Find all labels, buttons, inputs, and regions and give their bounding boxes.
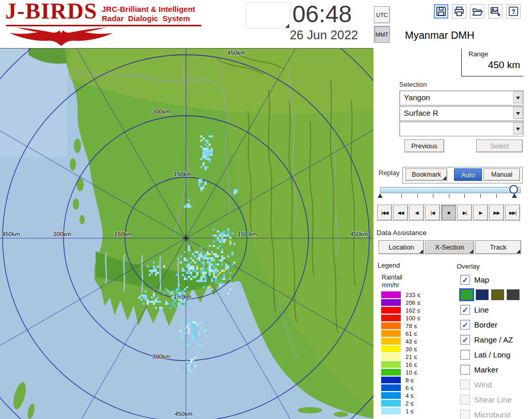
playback-fast-forward-button[interactable]: ▶▶ xyxy=(489,205,504,221)
time-slider-handle[interactable] xyxy=(509,185,518,194)
open-folder-button[interactable] xyxy=(470,4,484,19)
svg-text:450km: 450km xyxy=(175,411,193,417)
select-button[interactable]: Select xyxy=(476,139,523,152)
chevron-down-icon[interactable] xyxy=(513,122,523,134)
export-image-button[interactable] xyxy=(488,4,503,19)
legend-label: Legend xyxy=(378,261,400,269)
legend-swatch xyxy=(381,299,401,306)
overlay-checkbox-border[interactable]: ✓ xyxy=(460,320,470,330)
svg-text:150km: 150km xyxy=(174,171,192,177)
playback-fast-rewind-button[interactable]: ◀◀ xyxy=(393,205,408,221)
legend-value: 233 ≤ xyxy=(405,292,420,298)
legend-value: 4 ≤ xyxy=(405,393,414,399)
playback-step-forward-button[interactable]: ▶| xyxy=(457,205,472,221)
legend-row: 2 ≤ xyxy=(381,400,420,407)
legend-value: 6 ≤ xyxy=(405,385,414,391)
overlay-option-label: Range / AZ xyxy=(474,335,513,344)
logo-subtitle-2: Radar Dialogic System xyxy=(102,14,190,23)
playback-play-button[interactable]: ▶ xyxy=(473,205,488,221)
legend-swatch xyxy=(381,384,401,391)
legend-value: 1 ≤ xyxy=(405,408,414,414)
manual-mode-button[interactable]: Manual xyxy=(483,168,520,181)
overlay-checkbox-shear-line xyxy=(460,395,470,405)
site-dropdown[interactable]: Yangon xyxy=(399,90,524,105)
legend-swatch xyxy=(381,346,401,352)
station-name: Myanmar DMH xyxy=(405,29,474,41)
legend-row: 10 ≤ xyxy=(381,369,420,376)
legend-unit-mmhr: mm/hr xyxy=(382,282,399,289)
map-color-swatch-4[interactable] xyxy=(507,289,520,300)
overlay-row-range-az: ✓Range / AZ xyxy=(460,332,532,347)
overlay-checkbox-microburst xyxy=(460,410,470,419)
selection-label: Selection xyxy=(399,81,427,88)
legend-value: 30 ≤ xyxy=(405,346,417,352)
radar-map-canvas[interactable]: 450km300km150km450km300km150km150 km450k… xyxy=(0,49,373,419)
product-dropdown[interactable]: Surface R xyxy=(399,106,524,121)
map-color-swatch-2[interactable] xyxy=(476,289,489,300)
overlay-checkbox-lati-long[interactable] xyxy=(460,350,470,360)
legend-value: 10 ≤ xyxy=(405,369,417,376)
option-dropdown[interactable] xyxy=(399,121,524,136)
previous-button[interactable]: Previous xyxy=(404,139,444,152)
overlay-option-label: Line xyxy=(474,305,489,314)
radar-map[interactable]: 450km300km150km450km300km150km150 km450k… xyxy=(0,48,373,419)
help-icon: ? xyxy=(508,6,519,17)
save-button[interactable] xyxy=(434,4,448,19)
overlay-option-label: Microburst xyxy=(474,410,510,419)
playback-stop-button[interactable]: ■ xyxy=(441,205,456,221)
legend-swatch xyxy=(381,400,401,407)
print-button[interactable] xyxy=(452,4,466,19)
playback-skip-start-button[interactable]: |◀◀ xyxy=(377,205,392,221)
overlay-row-lati-long: Lati / Long xyxy=(460,347,532,362)
slider-end-marker-icon[interactable] xyxy=(512,193,517,198)
bookmark-button[interactable]: Bookmark xyxy=(405,168,447,181)
overlay-option-label: Marker xyxy=(474,365,498,374)
playback-play-reverse-button[interactable]: ◀ xyxy=(409,205,424,221)
svg-text:?: ? xyxy=(511,8,515,15)
overlay-option-label: Border xyxy=(474,320,497,329)
legend-row: 6 ≤ xyxy=(381,384,420,391)
help-button[interactable]: ? xyxy=(506,4,521,19)
overlay-checkbox-line[interactable]: ✓ xyxy=(460,305,470,315)
range-label: Range xyxy=(468,50,523,58)
overlay-checkbox-marker[interactable] xyxy=(460,365,470,375)
overlay-checkbox-map[interactable]: ✓ xyxy=(460,275,470,285)
slider-tick xyxy=(480,194,481,198)
slider-tick xyxy=(401,194,402,198)
legend-unit-rainfall: Rainfall xyxy=(382,274,402,281)
clock-date: 26 Jun 2022 xyxy=(290,28,358,42)
legend-scale: 233 ≤206 ≤162 ≤100 ≤78 ≤61 ≤43 ≤30 ≤21 ≤… xyxy=(381,291,420,415)
legend-swatch xyxy=(381,291,401,298)
track-button[interactable]: Track xyxy=(475,240,521,254)
playback-step-back-button[interactable]: |◀ xyxy=(425,205,440,221)
x-section-button[interactable]: X-Section xyxy=(425,240,474,254)
legend-value: 8 ≤ xyxy=(405,377,414,383)
playback-skip-end-button[interactable]: ▶▶| xyxy=(505,205,520,221)
legend-row: 4 ≤ xyxy=(381,392,420,399)
svg-text:300km: 300km xyxy=(152,353,170,360)
utc-button[interactable]: UTC xyxy=(374,6,390,23)
map-color-swatch-3[interactable] xyxy=(491,289,504,300)
legend-swatch xyxy=(381,392,401,399)
legend-row: 21 ≤ xyxy=(381,353,420,360)
slider-tick xyxy=(496,194,497,198)
legend-row: 16 ≤ xyxy=(381,361,420,368)
legend-row: 206 ≤ xyxy=(381,299,420,306)
location-button[interactable]: Location xyxy=(379,240,424,254)
legend-value: 43 ≤ xyxy=(405,338,417,345)
export-image-icon xyxy=(490,6,501,17)
overlay-row-map: ✓Map xyxy=(460,272,532,287)
mmt-button[interactable]: MMT xyxy=(374,26,390,43)
legend-value: 61 ≤ xyxy=(405,331,417,337)
svg-text:150km: 150km xyxy=(114,231,132,237)
chevron-down-icon[interactable] xyxy=(513,107,523,119)
chevron-down-icon[interactable] xyxy=(513,91,523,103)
slider-start-marker-icon[interactable] xyxy=(378,193,383,198)
map-color-swatch-1[interactable] xyxy=(460,289,473,300)
overlay-checkbox-range-az[interactable]: ✓ xyxy=(460,335,470,345)
auto-mode-button[interactable]: Auto xyxy=(454,168,482,181)
range-value: 450 km xyxy=(462,59,523,71)
resize-corner-icon[interactable] xyxy=(285,24,289,28)
legend-swatch xyxy=(381,307,401,314)
slider-tick xyxy=(464,194,465,198)
